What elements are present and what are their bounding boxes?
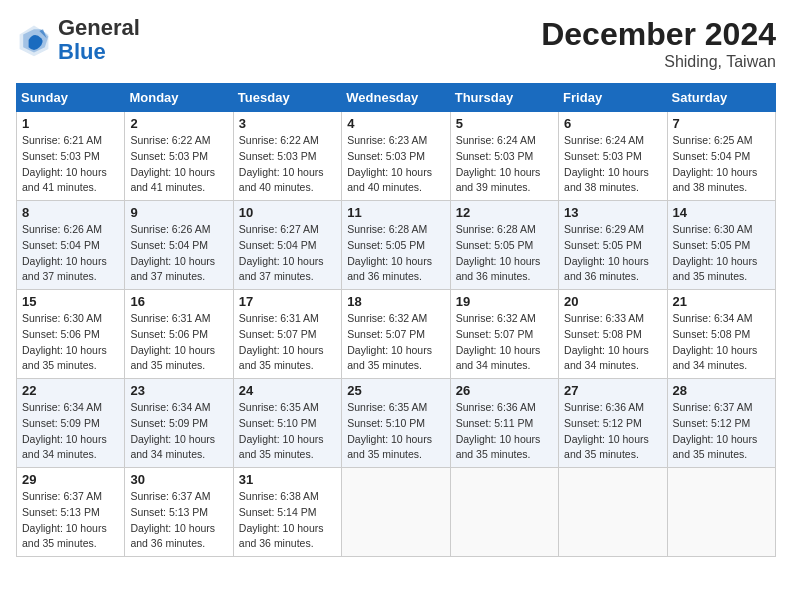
calendar-cell: 17 Sunrise: 6:31 AM Sunset: 5:07 PM Dayl… [233, 290, 341, 379]
daylight-text: Daylight: 10 hours and 36 minutes. [239, 522, 324, 550]
day-info: Sunrise: 6:29 AM Sunset: 5:05 PM Dayligh… [564, 222, 661, 285]
daylight-text: Daylight: 10 hours and 35 minutes. [347, 344, 432, 372]
day-info: Sunrise: 6:37 AM Sunset: 5:13 PM Dayligh… [22, 489, 119, 552]
sunset-text: Sunset: 5:04 PM [22, 239, 100, 251]
day-number: 12 [456, 205, 553, 220]
calendar-cell: 26 Sunrise: 6:36 AM Sunset: 5:11 PM Dayl… [450, 379, 558, 468]
sunset-text: Sunset: 5:03 PM [564, 150, 642, 162]
day-number: 10 [239, 205, 336, 220]
calendar-week-row: 29 Sunrise: 6:37 AM Sunset: 5:13 PM Dayl… [17, 468, 776, 557]
sunrise-text: Sunrise: 6:30 AM [673, 223, 753, 235]
sunset-text: Sunset: 5:05 PM [456, 239, 534, 251]
sunrise-text: Sunrise: 6:33 AM [564, 312, 644, 324]
sunset-text: Sunset: 5:06 PM [22, 328, 100, 340]
daylight-text: Daylight: 10 hours and 36 minutes. [456, 255, 541, 283]
day-info: Sunrise: 6:30 AM Sunset: 5:05 PM Dayligh… [673, 222, 770, 285]
calendar-cell: 13 Sunrise: 6:29 AM Sunset: 5:05 PM Dayl… [559, 201, 667, 290]
sunrise-text: Sunrise: 6:28 AM [456, 223, 536, 235]
day-number: 15 [22, 294, 119, 309]
sunrise-text: Sunrise: 6:26 AM [22, 223, 102, 235]
day-info: Sunrise: 6:31 AM Sunset: 5:06 PM Dayligh… [130, 311, 227, 374]
calendar-cell: 12 Sunrise: 6:28 AM Sunset: 5:05 PM Dayl… [450, 201, 558, 290]
sunrise-text: Sunrise: 6:23 AM [347, 134, 427, 146]
day-number: 23 [130, 383, 227, 398]
sunrise-text: Sunrise: 6:28 AM [347, 223, 427, 235]
col-friday: Friday [559, 84, 667, 112]
calendar-cell: 4 Sunrise: 6:23 AM Sunset: 5:03 PM Dayli… [342, 112, 450, 201]
day-info: Sunrise: 6:36 AM Sunset: 5:11 PM Dayligh… [456, 400, 553, 463]
sunset-text: Sunset: 5:04 PM [130, 239, 208, 251]
day-number: 8 [22, 205, 119, 220]
sunset-text: Sunset: 5:09 PM [130, 417, 208, 429]
day-info: Sunrise: 6:32 AM Sunset: 5:07 PM Dayligh… [456, 311, 553, 374]
sunrise-text: Sunrise: 6:24 AM [564, 134, 644, 146]
sunrise-text: Sunrise: 6:31 AM [239, 312, 319, 324]
daylight-text: Daylight: 10 hours and 35 minutes. [239, 344, 324, 372]
day-number: 27 [564, 383, 661, 398]
daylight-text: Daylight: 10 hours and 36 minutes. [347, 255, 432, 283]
calendar-cell: 24 Sunrise: 6:35 AM Sunset: 5:10 PM Dayl… [233, 379, 341, 468]
day-number: 24 [239, 383, 336, 398]
sunset-text: Sunset: 5:07 PM [456, 328, 534, 340]
sunset-text: Sunset: 5:05 PM [347, 239, 425, 251]
day-info: Sunrise: 6:36 AM Sunset: 5:12 PM Dayligh… [564, 400, 661, 463]
sunset-text: Sunset: 5:12 PM [564, 417, 642, 429]
calendar-cell: 20 Sunrise: 6:33 AM Sunset: 5:08 PM Dayl… [559, 290, 667, 379]
calendar-cell: 8 Sunrise: 6:26 AM Sunset: 5:04 PM Dayli… [17, 201, 125, 290]
day-info: Sunrise: 6:28 AM Sunset: 5:05 PM Dayligh… [347, 222, 444, 285]
sunrise-text: Sunrise: 6:37 AM [673, 401, 753, 413]
daylight-text: Daylight: 10 hours and 38 minutes. [673, 166, 758, 194]
daylight-text: Daylight: 10 hours and 35 minutes. [673, 433, 758, 461]
sunrise-text: Sunrise: 6:36 AM [456, 401, 536, 413]
page-header: General Blue December 2024 Shiding, Taiw… [16, 16, 776, 71]
sunset-text: Sunset: 5:10 PM [347, 417, 425, 429]
daylight-text: Daylight: 10 hours and 38 minutes. [564, 166, 649, 194]
daylight-text: Daylight: 10 hours and 34 minutes. [564, 344, 649, 372]
sunset-text: Sunset: 5:08 PM [564, 328, 642, 340]
sunset-text: Sunset: 5:13 PM [22, 506, 100, 518]
calendar-cell: 2 Sunrise: 6:22 AM Sunset: 5:03 PM Dayli… [125, 112, 233, 201]
calendar-cell: 30 Sunrise: 6:37 AM Sunset: 5:13 PM Dayl… [125, 468, 233, 557]
sunrise-text: Sunrise: 6:22 AM [130, 134, 210, 146]
calendar-cell: 7 Sunrise: 6:25 AM Sunset: 5:04 PM Dayli… [667, 112, 775, 201]
day-info: Sunrise: 6:32 AM Sunset: 5:07 PM Dayligh… [347, 311, 444, 374]
calendar-cell: 25 Sunrise: 6:35 AM Sunset: 5:10 PM Dayl… [342, 379, 450, 468]
sunset-text: Sunset: 5:06 PM [130, 328, 208, 340]
calendar-cell: 15 Sunrise: 6:30 AM Sunset: 5:06 PM Dayl… [17, 290, 125, 379]
day-number: 1 [22, 116, 119, 131]
sunset-text: Sunset: 5:09 PM [22, 417, 100, 429]
calendar-week-row: 15 Sunrise: 6:30 AM Sunset: 5:06 PM Dayl… [17, 290, 776, 379]
day-info: Sunrise: 6:28 AM Sunset: 5:05 PM Dayligh… [456, 222, 553, 285]
day-info: Sunrise: 6:34 AM Sunset: 5:08 PM Dayligh… [673, 311, 770, 374]
day-info: Sunrise: 6:24 AM Sunset: 5:03 PM Dayligh… [564, 133, 661, 196]
daylight-text: Daylight: 10 hours and 35 minutes. [239, 433, 324, 461]
day-number: 13 [564, 205, 661, 220]
calendar-cell: 9 Sunrise: 6:26 AM Sunset: 5:04 PM Dayli… [125, 201, 233, 290]
sunset-text: Sunset: 5:12 PM [673, 417, 751, 429]
daylight-text: Daylight: 10 hours and 34 minutes. [130, 433, 215, 461]
daylight-text: Daylight: 10 hours and 40 minutes. [239, 166, 324, 194]
day-info: Sunrise: 6:35 AM Sunset: 5:10 PM Dayligh… [347, 400, 444, 463]
day-info: Sunrise: 6:25 AM Sunset: 5:04 PM Dayligh… [673, 133, 770, 196]
calendar-cell: 3 Sunrise: 6:22 AM Sunset: 5:03 PM Dayli… [233, 112, 341, 201]
logo: General Blue [16, 16, 140, 64]
day-number: 21 [673, 294, 770, 309]
calendar-cell: 28 Sunrise: 6:37 AM Sunset: 5:12 PM Dayl… [667, 379, 775, 468]
sunrise-text: Sunrise: 6:34 AM [22, 401, 102, 413]
calendar-cell: 14 Sunrise: 6:30 AM Sunset: 5:05 PM Dayl… [667, 201, 775, 290]
sunset-text: Sunset: 5:04 PM [239, 239, 317, 251]
calendar-cell: 27 Sunrise: 6:36 AM Sunset: 5:12 PM Dayl… [559, 379, 667, 468]
day-info: Sunrise: 6:38 AM Sunset: 5:14 PM Dayligh… [239, 489, 336, 552]
day-number: 6 [564, 116, 661, 131]
sunrise-text: Sunrise: 6:35 AM [347, 401, 427, 413]
day-number: 17 [239, 294, 336, 309]
day-number: 4 [347, 116, 444, 131]
calendar-cell [667, 468, 775, 557]
sunset-text: Sunset: 5:03 PM [456, 150, 534, 162]
sunset-text: Sunset: 5:07 PM [347, 328, 425, 340]
title-block: December 2024 Shiding, Taiwan [541, 16, 776, 71]
day-info: Sunrise: 6:21 AM Sunset: 5:03 PM Dayligh… [22, 133, 119, 196]
day-info: Sunrise: 6:33 AM Sunset: 5:08 PM Dayligh… [564, 311, 661, 374]
sunset-text: Sunset: 5:03 PM [130, 150, 208, 162]
sunrise-text: Sunrise: 6:27 AM [239, 223, 319, 235]
